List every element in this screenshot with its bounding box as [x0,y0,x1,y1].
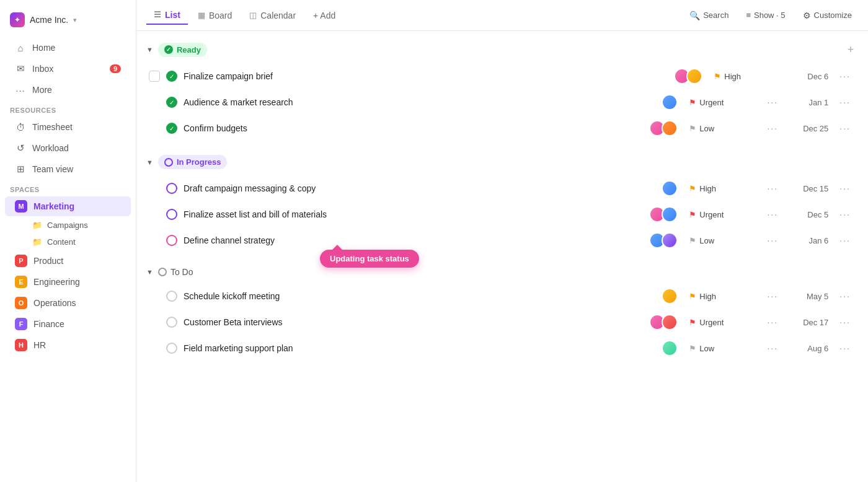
sidebar-item-operations[interactable]: O Operations [5,293,131,313]
sidebar-item-teamview[interactable]: ⊞ Team view [5,159,131,179]
inprogress-label: In Progress [177,157,221,167]
task-row-define-channel[interactable]: Define channel strategy ⚑ Low ··· Jan 6 … [146,227,858,253]
calendar-icon: ◫ [249,11,257,20]
task-menu-button[interactable]: ··· [835,122,856,134]
sidebar-item-label: Operations [33,298,76,308]
sidebar-item-workload[interactable]: ↺ Workload [5,138,131,158]
inprogress-chevron[interactable]: ▼ [146,159,153,166]
task-menu-button[interactable]: ··· [835,96,856,108]
sidebar-subitem-label: Campaigns [47,221,88,230]
sidebar-item-inbox[interactable]: ✉ Inbox 9 [5,59,131,79]
task-name: Draft campaign messaging & copy [184,183,655,193]
task-name: Confirm budgets [184,123,643,133]
task-menu-button[interactable]: ··· [835,234,856,247]
sidebar-subitem-campaigns[interactable]: 📁 Campaigns [5,217,131,233]
finance-badge: F [15,318,27,330]
avatar [662,232,678,248]
task-row[interactable]: Draft campaign messaging & copy ⚑ High ·… [146,175,858,201]
task-menu-button[interactable]: ··· [835,70,856,82]
task-date: Aug 6 [788,344,828,353]
sidebar-item-marketing[interactable]: M Marketing [5,196,131,216]
main-panel: ☰ List ▦ Board ◫ Calendar + Add 🔍 Search… [136,0,868,482]
sidebar-item-label: Marketing [33,201,74,211]
ready-badge[interactable]: ✓ Ready [158,43,207,57]
tab-label: Board [209,11,232,20]
show-button[interactable]: ≡ Show · 5 [740,7,791,23]
task-menu-button[interactable]: ··· [835,290,856,302]
todo-chevron[interactable]: ▼ [146,268,153,276]
priority-cell: ⚑ Urgent [689,210,757,219]
task-avatars [649,232,678,248]
in-progress-badge[interactable]: In Progress [158,155,228,169]
tab-label: Calendar [260,11,296,20]
task-row[interactable]: ✓ Finalize campaign brief ⚑ High Dec 6 ·… [146,63,858,89]
avatar [662,94,678,110]
avatar [662,206,678,222]
sidebar-item-more[interactable]: ··· More [5,80,131,100]
todo-label-wrapper: To Do [158,267,193,277]
tooltip-arrow [332,245,342,250]
priority-cell: ⚑ High [689,184,757,193]
search-button[interactable]: 🔍 Search [683,7,735,24]
task-row[interactable]: Customer Beta interviews ⚑ Urgent ··· De… [146,309,858,335]
sidebar-item-label: Finance [33,319,64,329]
tab-board[interactable]: ▦ Board [190,7,239,24]
folder-icon: 📁 [32,221,42,230]
sidebar-item-label: Product [33,256,63,266]
avatar [662,314,678,330]
search-label: Search [703,11,728,20]
task-row[interactable]: Schedule kickoff meeting ⚑ High ··· May … [146,283,858,309]
sidebar-item-finance[interactable]: F Finance [5,314,131,334]
task-dots: ··· [763,234,782,247]
task-row[interactable]: ✓ Audience & market research ⚑ Urgent ··… [146,89,858,115]
task-menu-button[interactable]: ··· [835,316,856,328]
sidebar-item-label: More [32,85,52,95]
resources-section-label: Resources [0,100,136,116]
task-menu-button[interactable]: ··· [835,342,856,354]
priority-cell: ⚑ Low [689,236,757,245]
sidebar-item-timesheet[interactable]: ⏱ Timesheet [5,117,131,137]
task-dots: ··· [763,208,782,221]
task-row[interactable]: ✓ Confirm budgets ⚑ Low ··· Dec 25 ··· [146,115,858,141]
ready-chevron[interactable]: ▼ [146,46,153,53]
task-date: Jan 6 [788,236,828,245]
sidebar-item-home[interactable]: ⌂ Home [5,38,131,58]
search-icon: 🔍 [689,11,700,20]
task-row[interactable]: Finalize asset list and bill of material… [146,201,858,227]
task-dots: ··· [763,290,782,302]
ready-add-button[interactable]: + [843,42,858,57]
flag-icon: ⚑ [689,184,696,193]
spaces-section-label: Spaces [0,180,136,196]
flag-icon: ⚑ [689,98,696,107]
app-logo[interactable]: ✦ Acme Inc. ▾ [0,7,136,37]
sidebar-item-engineering[interactable]: E Engineering [5,272,131,292]
task-avatars [674,68,702,84]
task-menu-button[interactable]: ··· [835,182,856,195]
task-checkbox[interactable] [149,71,160,82]
task-status-done: ✓ [166,97,177,108]
task-dots: ··· [763,316,782,328]
flag-icon: ⚑ [689,210,696,219]
avatar [662,180,678,196]
task-row[interactable]: Field marketing support plan ⚑ Low ··· A… [146,335,858,361]
customize-button[interactable]: ⚙ Customize [797,7,858,24]
task-status-done: ✓ [166,71,177,82]
add-label: + Add [313,11,335,20]
sidebar-item-product[interactable]: P Product [5,251,131,271]
sidebar-item-hr[interactable]: H HR [5,335,131,355]
logo-icon: ✦ [10,12,25,27]
task-status-todo [166,317,177,328]
sidebar-item-label: Timesheet [32,122,73,132]
sidebar-subitem-content[interactable]: 📁 Content [5,234,131,250]
task-status-inprogress [166,209,177,220]
tab-calendar[interactable]: ◫ Calendar [242,7,303,24]
task-name: Finalize campaign brief [184,71,668,81]
tooltip-text: Updating task status [330,254,409,263]
add-button[interactable]: + Add [306,7,343,24]
teamview-icon: ⊞ [15,164,26,175]
task-date: Dec 15 [788,184,828,193]
tab-list[interactable]: ☰ List [146,6,188,25]
task-menu-button[interactable]: ··· [835,208,856,221]
task-dots: ··· [763,182,782,195]
ready-status-dot: ✓ [164,45,173,54]
